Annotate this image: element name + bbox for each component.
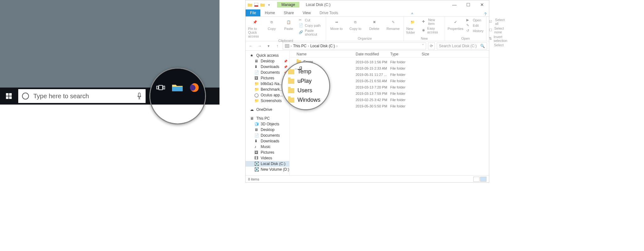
ribbon-tabs: File Home Share View Drive Tools ^ ?: [246, 9, 489, 17]
icons-view-button[interactable]: [480, 177, 486, 182]
microphone-icon[interactable]: [137, 93, 142, 100]
history-icon: ↺: [466, 29, 471, 33]
refresh-button[interactable]: ⟳: [428, 43, 435, 49]
magnifier-folders: …g TempuPlayUsersWindows: [281, 61, 330, 110]
svg-rect-13: [159, 85, 163, 90]
column-date[interactable]: Date modified: [356, 52, 390, 56]
help-icon[interactable]: ?: [484, 12, 489, 16]
paste-shortcut-button[interactable]: 🔗Paste shortcut: [299, 29, 324, 36]
properties-qat-icon[interactable]: [254, 2, 259, 7]
nav-new-volume-d[interactable]: 💽New Volume (D:): [246, 167, 289, 172]
tab-share[interactable]: Share: [279, 9, 298, 16]
nav-quick-access[interactable]: ★Quick access: [246, 53, 289, 58]
paste-button[interactable]: 📋Paste: [282, 18, 296, 31]
folder-icon: 📁: [254, 87, 259, 92]
copy-label: Copy: [268, 27, 276, 31]
svg-rect-15: [163, 86, 165, 89]
svg-rect-16: [172, 87, 182, 91]
maximize-button[interactable]: ☐: [461, 0, 475, 9]
nav-local-disk-c[interactable]: 💽Local Disk (C:): [246, 161, 289, 167]
tab-file[interactable]: File: [246, 9, 260, 16]
qat-dropdown-icon[interactable]: ▾: [266, 2, 271, 7]
edit-icon: ✎: [466, 23, 471, 28]
close-button[interactable]: ✕: [475, 0, 489, 9]
file-type: File folder: [390, 104, 422, 108]
magnified-folder: uPlay: [288, 77, 329, 86]
recent-locations-button[interactable]: ▾: [265, 43, 272, 49]
address-bar: ← → ▾ ↑ › This PC › Local Disk (C:) › ˅ …: [246, 41, 489, 51]
windows-logo-icon: [6, 93, 13, 100]
taskbar-search[interactable]: Type here to search: [18, 89, 146, 103]
move-to-button[interactable]: ➡Move to: [329, 18, 344, 31]
downloads-icon: ⬇: [254, 65, 259, 69]
forward-button[interactable]: →: [256, 43, 263, 49]
details-view-button[interactable]: [473, 177, 480, 182]
copy-button[interactable]: ⧉Copy: [265, 18, 279, 31]
ribbon: 📌Pin to Quick access ⧉Copy 📋Paste ✂Cut 📄…: [246, 17, 489, 41]
tab-view[interactable]: View: [298, 9, 315, 16]
3d-icon: 🧊: [254, 122, 259, 126]
select-none-button[interactable]: ☐Select none: [489, 26, 509, 34]
new-folder-button[interactable]: 📁New folder: [406, 18, 419, 34]
table-row[interactable]: Fraps2019-03-18 1:56 PMFile folder: [290, 59, 489, 65]
svg-rect-4: [138, 93, 140, 97]
explorer-search[interactable]: Search Local Disk (C:) 🔍: [437, 43, 487, 49]
item-count: 8 items: [248, 177, 259, 181]
magnified-folder: Users: [288, 86, 329, 95]
nav-3d-objects[interactable]: 🧊3D Objects: [246, 121, 289, 127]
column-type[interactable]: Type: [390, 52, 422, 56]
breadcrumb[interactable]: › This PC › Local Disk (C:) › ˅: [283, 43, 426, 49]
file-date: 2019-03-13 7:20 PM: [356, 85, 390, 89]
downloads-icon: ⬇: [254, 139, 259, 143]
invert-selection-button[interactable]: ⇅Invert selection: [489, 35, 509, 43]
minimize-button[interactable]: —: [447, 0, 461, 9]
breadcrumb-dropdown-icon[interactable]: ˅: [422, 44, 424, 48]
file-type: File folder: [390, 85, 422, 89]
tab-home[interactable]: Home: [260, 9, 279, 16]
back-button[interactable]: ←: [247, 43, 254, 49]
properties-button[interactable]: ✔Properties: [447, 18, 463, 31]
nav-music[interactable]: ♪Music: [246, 144, 289, 150]
breadcrumb-this-pc[interactable]: This PC: [293, 44, 307, 48]
open-button[interactable]: ▶Open: [466, 18, 483, 22]
column-name[interactable]: Name: [290, 52, 356, 56]
drive-icon: [285, 44, 289, 48]
nav-documents-2[interactable]: 📄Documents: [246, 133, 289, 138]
nav-onedrive[interactable]: ☁OneDrive: [246, 107, 289, 112]
magnified-folder-name: Windows: [297, 97, 320, 103]
nav-downloads[interactable]: ⬇Downloads📌: [246, 64, 289, 70]
navigation-pane[interactable]: ★Quick access 🖥Desktop📌 ⬇Downloads📌 📄Doc…: [246, 51, 290, 175]
breadcrumb-drive[interactable]: Local Disk (C:): [310, 44, 335, 48]
taskview-icon: [156, 84, 165, 91]
start-button[interactable]: [0, 88, 18, 105]
select-all-button[interactable]: ☑Select all: [489, 18, 509, 26]
open-icon: ▶: [466, 18, 471, 22]
edit-button[interactable]: ✎Edit: [466, 23, 483, 28]
file-date: 2019-05-21 6:50 AM: [356, 79, 390, 83]
collapse-ribbon-icon[interactable]: ^: [411, 12, 416, 16]
delete-button[interactable]: ✖Delete: [366, 18, 382, 31]
nav-pictures-2[interactable]: 🖼Pictures: [246, 150, 289, 155]
up-button[interactable]: ↑: [274, 43, 281, 49]
history-button[interactable]: ↺History: [466, 29, 483, 33]
videos-icon: 🎞: [254, 156, 259, 160]
column-size[interactable]: Size: [422, 52, 441, 56]
easy-access-button[interactable]: ◉Easy access: [422, 26, 442, 34]
nav-desktop[interactable]: 🖥Desktop📌: [246, 58, 289, 64]
tab-drive-tools[interactable]: Drive Tools: [315, 9, 342, 16]
copy-path-button[interactable]: 📄Copy path: [299, 23, 324, 28]
nav-downloads-2[interactable]: ⬇Downloads: [246, 138, 289, 144]
copy-to-button[interactable]: ⧉Copy to: [347, 18, 363, 31]
nav-documents[interactable]: 📄Documents📌: [246, 70, 289, 75]
folder-icon[interactable]: [247, 2, 253, 7]
nav-folder[interactable]: 📁Screenshots: [246, 98, 289, 104]
pin-to-quick-access-button[interactable]: 📌Pin to Quick access: [248, 18, 262, 38]
nav-this-pc[interactable]: 🖥This PC: [246, 116, 289, 121]
cut-button[interactable]: ✂Cut: [299, 18, 324, 22]
new-item-button[interactable]: ✚New item: [422, 18, 442, 26]
manage-contextual-tab[interactable]: Manage: [277, 2, 299, 8]
nav-videos[interactable]: 🎞Videos: [246, 155, 289, 161]
nav-desktop-2[interactable]: 🖥Desktop: [246, 127, 289, 133]
rename-button[interactable]: ✎Rename: [385, 18, 401, 31]
new-folder-qat-icon[interactable]: [260, 2, 265, 7]
